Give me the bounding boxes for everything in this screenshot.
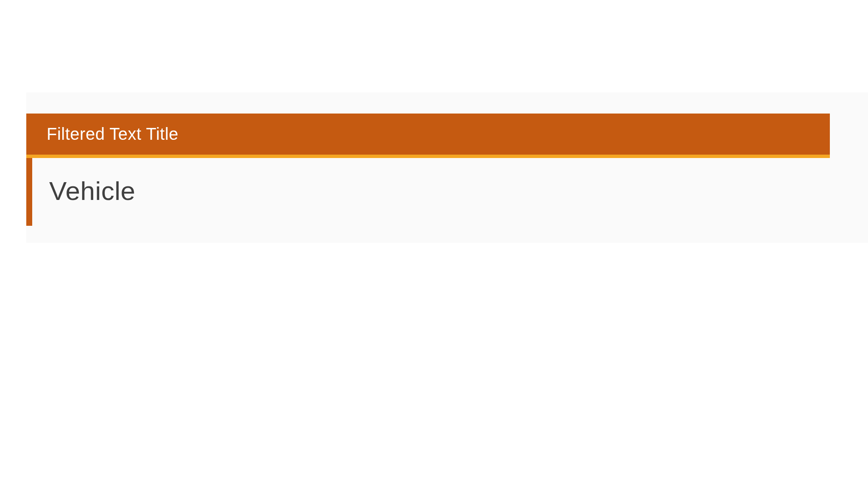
panel-header: Filtered Text Title: [26, 114, 830, 155]
panel-title: Filtered Text Title: [47, 125, 810, 144]
left-marker: [26, 158, 32, 226]
filtered-value: Vehicle: [32, 158, 152, 226]
filtered-text-panel: Filtered Text Title Vehicle: [26, 92, 868, 243]
content-row: Vehicle: [26, 158, 830, 226]
accent-divider: [26, 155, 830, 158]
panel-inner: Filtered Text Title Vehicle: [26, 114, 830, 226]
